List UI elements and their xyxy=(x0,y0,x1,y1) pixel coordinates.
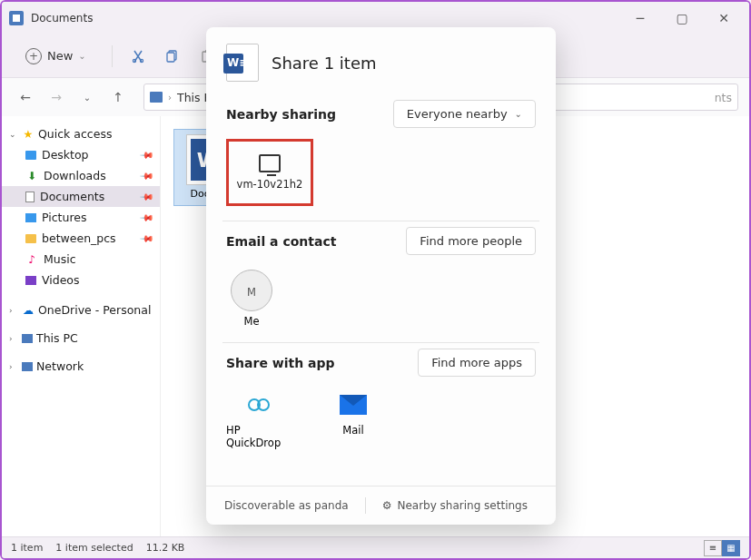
pin-icon: 📌 xyxy=(140,210,154,224)
chevron-down-icon: ⌄ xyxy=(515,109,522,119)
avatar: M xyxy=(231,270,272,311)
sidebar-item-videos[interactable]: Videos xyxy=(2,270,160,290)
sidebar-item-pictures[interactable]: Pictures 📌 xyxy=(2,207,160,228)
share-header: W≡ Share 1 item xyxy=(206,27,556,94)
details-view-button[interactable]: ≡ xyxy=(704,540,722,556)
up-button[interactable]: ↑ xyxy=(105,90,131,104)
share-with-app-section: Share with app Find more apps HP QuickDr… xyxy=(206,343,556,464)
document-icon xyxy=(25,192,35,202)
star-icon: ★ xyxy=(22,128,35,141)
back-button[interactable]: ← xyxy=(13,90,38,104)
device-name: vm-10v21h2 xyxy=(237,178,303,191)
quick-access-label: Quick access xyxy=(38,127,112,141)
icons-view-button[interactable]: ▦ xyxy=(722,540,740,556)
minimize-button[interactable]: ─ xyxy=(631,9,649,27)
explorer-app-icon xyxy=(9,11,24,25)
toolbar-separator xyxy=(112,45,113,67)
recent-chevron[interactable]: ⌄ xyxy=(74,93,100,103)
pin-icon: 📌 xyxy=(140,168,154,182)
svg-rect-3 xyxy=(167,53,174,62)
word-document-icon: W≡ xyxy=(226,44,259,82)
this-pc-label: This PC xyxy=(36,331,78,345)
contact-me[interactable]: M Me xyxy=(226,270,277,328)
chevron-right-icon: › xyxy=(9,306,18,315)
email-contact-label: Email a contact xyxy=(226,234,336,249)
nearby-device[interactable]: vm-10v21h2 xyxy=(226,139,313,206)
nearby-settings-label: Nearby sharing settings xyxy=(397,499,528,512)
music-icon: ♪ xyxy=(25,253,38,266)
email-contact-section: Email a contact Find more people M Me xyxy=(206,221,556,342)
forward-button[interactable]: → xyxy=(44,90,69,104)
network-icon xyxy=(22,362,33,371)
chevron-right-icon: › xyxy=(9,334,18,343)
pc-icon xyxy=(22,334,33,343)
share-footer: Discoverable as panda ⚙ Nearby sharing s… xyxy=(206,486,556,525)
sidebar-item-label: Pictures xyxy=(42,211,87,224)
sidebar-item-label: Music xyxy=(44,252,76,266)
pin-icon: 📌 xyxy=(140,231,154,245)
app-mail[interactable]: Mail xyxy=(321,391,386,449)
onedrive-header[interactable]: › ☁ OneDrive - Personal xyxy=(2,300,160,320)
sidebar-item-music[interactable]: ♪ Music xyxy=(2,249,160,270)
chevron-right-icon: › xyxy=(9,362,18,371)
download-icon: ⬇ xyxy=(25,170,38,182)
sidebar-item-between-pcs[interactable]: between_pcs 📌 xyxy=(2,228,160,249)
share-title: Share 1 item xyxy=(272,54,377,73)
desktop-icon xyxy=(25,151,36,160)
find-apps-button[interactable]: Find more apps xyxy=(418,349,536,377)
this-pc-header[interactable]: › This PC xyxy=(2,328,160,349)
plus-icon: + xyxy=(25,48,42,64)
computer-icon xyxy=(259,154,281,172)
find-apps-label: Find more apps xyxy=(431,356,522,369)
sidebar-item-downloads[interactable]: ⬇ Downloads 📌 xyxy=(2,165,160,186)
contact-name: Me xyxy=(244,315,260,328)
discoverable-status[interactable]: Discoverable as panda xyxy=(224,499,349,512)
close-button[interactable]: ✕ xyxy=(715,9,733,27)
share-with-app-label: Share with app xyxy=(226,356,335,370)
chevron-right-icon: › xyxy=(168,93,172,103)
selected-count: 1 item selected xyxy=(55,542,133,554)
pictures-icon xyxy=(25,213,36,222)
network-header[interactable]: › Network xyxy=(2,356,160,377)
chevron-down-icon: ⌄ xyxy=(9,130,18,139)
pin-icon: 📌 xyxy=(140,147,154,162)
nearby-sharing-section: Nearby sharing Everyone nearby ⌄ vm-10v2… xyxy=(206,94,556,221)
pin-icon: 📌 xyxy=(140,189,154,203)
view-toggle: ≡ ▦ xyxy=(704,540,740,556)
sidebar-item-label: Downloads xyxy=(44,169,106,182)
find-people-button[interactable]: Find more people xyxy=(406,227,536,255)
new-button-label: New xyxy=(47,49,73,63)
new-button[interactable]: + New ⌄ xyxy=(16,44,95,68)
sidebar-item-documents[interactable]: Documents 📌 xyxy=(2,186,160,207)
maximize-button[interactable]: ▢ xyxy=(673,9,691,27)
sidebar-item-label: Desktop xyxy=(42,148,89,162)
selected-size: 11.2 KB xyxy=(146,542,185,554)
gear-icon: ⚙ xyxy=(382,499,392,512)
hp-quickdrop-icon xyxy=(243,391,274,418)
app-hp-quickdrop[interactable]: HP QuickDrop xyxy=(226,391,292,449)
item-count: 1 item xyxy=(11,542,43,554)
copy-button[interactable] xyxy=(163,47,182,65)
navigation-sidebar: ⌄ ★ Quick access Desktop 📌 ⬇ Downloads 📌… xyxy=(2,116,161,536)
quick-access-header[interactable]: ⌄ ★ Quick access xyxy=(2,123,160,144)
folder-icon xyxy=(25,234,36,243)
share-panel: W≡ Share 1 item Nearby sharing Everyone … xyxy=(206,27,556,525)
nearby-sharing-label: Nearby sharing xyxy=(226,107,336,122)
avatar-initial: M xyxy=(247,286,256,299)
app-label: HP QuickDrop xyxy=(226,424,292,449)
sidebar-item-desktop[interactable]: Desktop 📌 xyxy=(2,144,160,165)
nearby-scope-value: Everyone nearby xyxy=(407,107,508,121)
onedrive-label: OneDrive - Personal xyxy=(38,303,151,317)
sidebar-item-label: Documents xyxy=(40,190,104,203)
find-people-label: Find more people xyxy=(420,234,522,248)
onedrive-icon: ☁ xyxy=(22,304,35,317)
sidebar-item-label: Videos xyxy=(42,273,80,287)
window-controls: ─ ▢ ✕ xyxy=(631,9,742,27)
network-label: Network xyxy=(36,359,84,373)
nearby-settings-link[interactable]: ⚙ Nearby sharing settings xyxy=(382,499,528,512)
discoverable-label: Discoverable as panda xyxy=(224,499,349,512)
nearby-scope-dropdown[interactable]: Everyone nearby ⌄ xyxy=(393,100,536,128)
mail-icon xyxy=(338,391,369,418)
sidebar-item-label: between_pcs xyxy=(42,231,116,245)
cut-button[interactable] xyxy=(129,47,147,65)
